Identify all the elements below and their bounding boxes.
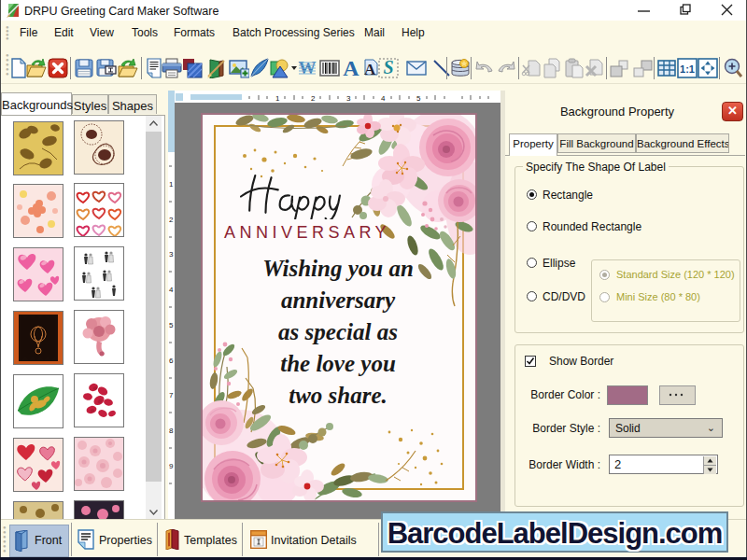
svg-text:1: 1	[169, 180, 174, 189]
svg-text:4: 4	[169, 286, 174, 294]
svg-text:3: 3	[169, 250, 174, 259]
svg-text:3: 3	[346, 94, 351, 103]
svg-text:S: S	[383, 58, 393, 77]
svg-text:A: A	[364, 61, 376, 78]
svg-text:6: 6	[169, 357, 174, 365]
svg-text:5: 5	[169, 321, 174, 329]
svg-text:1: 1	[275, 94, 280, 103]
svg-text:8: 8	[169, 427, 174, 435]
svg-text:9: 9	[169, 462, 174, 470]
svg-text:2: 2	[311, 94, 316, 103]
svg-text:7: 7	[169, 391, 174, 399]
svg-text:1:1: 1:1	[680, 63, 695, 75]
svg-text:4: 4	[381, 94, 386, 103]
svg-text:2: 2	[169, 216, 174, 224]
svg-text:5: 5	[416, 94, 421, 103]
